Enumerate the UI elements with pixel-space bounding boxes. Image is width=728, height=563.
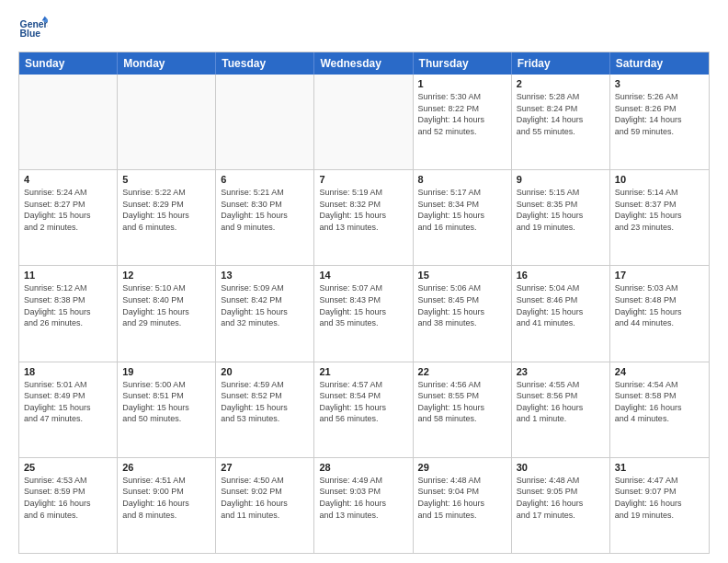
day-cell-21: 21Sunrise: 4:57 AM Sunset: 8:54 PM Dayli… (314, 362, 413, 457)
header-day-monday: Monday (118, 52, 216, 75)
day-number: 29 (418, 462, 506, 473)
day-number: 4 (24, 174, 112, 185)
day-cell-3: 3Sunrise: 5:26 AM Sunset: 8:26 PM Daylig… (610, 75, 709, 169)
day-number: 22 (418, 366, 506, 377)
day-number: 2 (517, 78, 605, 89)
day-cell-5: 5Sunrise: 5:22 AM Sunset: 8:29 PM Daylig… (118, 170, 216, 265)
day-cell-13: 13Sunrise: 5:09 AM Sunset: 8:42 PM Dayli… (216, 266, 314, 361)
day-number: 21 (319, 366, 407, 377)
calendar-week-1: 4Sunrise: 5:24 AM Sunset: 8:27 PM Daylig… (19, 169, 709, 265)
day-info: Sunrise: 5:19 AM Sunset: 8:32 PM Dayligh… (319, 187, 407, 233)
empty-cell (216, 75, 314, 169)
day-number: 6 (221, 174, 309, 185)
day-info: Sunrise: 5:26 AM Sunset: 8:26 PM Dayligh… (615, 91, 704, 137)
header-day-wednesday: Wednesday (314, 52, 413, 75)
day-cell-17: 17Sunrise: 5:03 AM Sunset: 8:48 PM Dayli… (610, 266, 709, 361)
day-cell-12: 12Sunrise: 5:10 AM Sunset: 8:40 PM Dayli… (118, 266, 216, 361)
day-number: 18 (24, 366, 112, 377)
calendar-week-2: 11Sunrise: 5:12 AM Sunset: 8:38 PM Dayli… (19, 265, 709, 361)
day-info: Sunrise: 4:51 AM Sunset: 9:00 PM Dayligh… (122, 475, 210, 521)
day-cell-18: 18Sunrise: 5:01 AM Sunset: 8:49 PM Dayli… (19, 362, 118, 457)
day-info: Sunrise: 5:06 AM Sunset: 8:45 PM Dayligh… (418, 282, 506, 328)
calendar: SundayMondayTuesdayWednesdayThursdayFrid… (18, 52, 710, 554)
logo-icon: General Blue (18, 15, 48, 44)
day-number: 13 (221, 270, 309, 281)
day-info: Sunrise: 4:53 AM Sunset: 8:59 PM Dayligh… (24, 475, 112, 521)
day-cell-11: 11Sunrise: 5:12 AM Sunset: 8:38 PM Dayli… (19, 266, 118, 361)
day-info: Sunrise: 5:21 AM Sunset: 8:30 PM Dayligh… (221, 187, 309, 233)
day-number: 28 (319, 462, 407, 473)
header-day-sunday: Sunday (19, 52, 118, 75)
day-info: Sunrise: 4:59 AM Sunset: 8:52 PM Dayligh… (221, 379, 309, 425)
day-cell-6: 6Sunrise: 5:21 AM Sunset: 8:30 PM Daylig… (216, 170, 314, 265)
day-cell-10: 10Sunrise: 5:14 AM Sunset: 8:37 PM Dayli… (610, 170, 709, 265)
day-number: 8 (418, 174, 506, 185)
calendar-week-4: 25Sunrise: 4:53 AM Sunset: 8:59 PM Dayli… (19, 457, 709, 553)
day-number: 24 (615, 366, 704, 377)
day-number: 30 (517, 462, 605, 473)
day-cell-22: 22Sunrise: 4:56 AM Sunset: 8:55 PM Dayli… (414, 362, 512, 457)
day-info: Sunrise: 5:28 AM Sunset: 8:24 PM Dayligh… (517, 91, 605, 137)
day-cell-28: 28Sunrise: 4:49 AM Sunset: 9:03 PM Dayli… (314, 458, 413, 553)
day-cell-19: 19Sunrise: 5:00 AM Sunset: 8:51 PM Dayli… (118, 362, 216, 457)
day-info: Sunrise: 5:14 AM Sunset: 8:37 PM Dayligh… (615, 187, 704, 233)
day-cell-16: 16Sunrise: 5:04 AM Sunset: 8:46 PM Dayli… (512, 266, 610, 361)
day-info: Sunrise: 4:48 AM Sunset: 9:05 PM Dayligh… (517, 475, 605, 521)
day-cell-30: 30Sunrise: 4:48 AM Sunset: 9:05 PM Dayli… (512, 458, 610, 553)
day-number: 12 (122, 270, 210, 281)
day-cell-29: 29Sunrise: 4:48 AM Sunset: 9:04 PM Dayli… (414, 458, 512, 553)
header-day-thursday: Thursday (414, 52, 512, 75)
header-day-friday: Friday (512, 52, 610, 75)
day-info: Sunrise: 5:17 AM Sunset: 8:34 PM Dayligh… (418, 187, 506, 233)
svg-text:Blue: Blue (20, 29, 41, 39)
day-cell-15: 15Sunrise: 5:06 AM Sunset: 8:45 PM Dayli… (414, 266, 512, 361)
calendar-week-3: 18Sunrise: 5:01 AM Sunset: 8:49 PM Dayli… (19, 362, 709, 457)
day-info: Sunrise: 5:22 AM Sunset: 8:29 PM Dayligh… (122, 187, 210, 233)
calendar-header: SundayMondayTuesdayWednesdayThursdayFrid… (19, 52, 709, 75)
day-info: Sunrise: 4:56 AM Sunset: 8:55 PM Dayligh… (418, 379, 506, 425)
day-cell-26: 26Sunrise: 4:51 AM Sunset: 9:00 PM Dayli… (118, 458, 216, 553)
day-info: Sunrise: 4:48 AM Sunset: 9:04 PM Dayligh… (418, 475, 506, 521)
day-number: 15 (418, 270, 506, 281)
day-number: 17 (615, 270, 704, 281)
day-info: Sunrise: 5:30 AM Sunset: 8:22 PM Dayligh… (418, 91, 506, 137)
day-number: 1 (418, 78, 506, 89)
day-number: 10 (615, 174, 704, 185)
day-number: 7 (319, 174, 407, 185)
day-number: 31 (615, 462, 704, 473)
day-info: Sunrise: 4:47 AM Sunset: 9:07 PM Dayligh… (615, 475, 704, 521)
day-info: Sunrise: 5:09 AM Sunset: 8:42 PM Dayligh… (221, 282, 309, 328)
day-cell-8: 8Sunrise: 5:17 AM Sunset: 8:34 PM Daylig… (414, 170, 512, 265)
logo: General Blue (18, 15, 48, 44)
day-cell-4: 4Sunrise: 5:24 AM Sunset: 8:27 PM Daylig… (19, 170, 118, 265)
day-cell-24: 24Sunrise: 4:54 AM Sunset: 8:58 PM Dayli… (610, 362, 709, 457)
day-info: Sunrise: 4:54 AM Sunset: 8:58 PM Dayligh… (615, 379, 704, 425)
day-info: Sunrise: 4:55 AM Sunset: 8:56 PM Dayligh… (517, 379, 605, 425)
header-day-tuesday: Tuesday (216, 52, 314, 75)
day-info: Sunrise: 5:12 AM Sunset: 8:38 PM Dayligh… (24, 282, 112, 328)
day-number: 3 (615, 78, 704, 89)
day-number: 26 (122, 462, 210, 473)
day-info: Sunrise: 4:49 AM Sunset: 9:03 PM Dayligh… (319, 475, 407, 521)
page: General Blue SundayMondayTuesdayWednesda… (0, 0, 728, 563)
day-number: 27 (221, 462, 309, 473)
day-cell-27: 27Sunrise: 4:50 AM Sunset: 9:02 PM Dayli… (216, 458, 314, 553)
day-number: 19 (122, 366, 210, 377)
day-number: 5 (122, 174, 210, 185)
day-cell-7: 7Sunrise: 5:19 AM Sunset: 8:32 PM Daylig… (314, 170, 413, 265)
empty-cell (118, 75, 216, 169)
calendar-week-0: 1Sunrise: 5:30 AM Sunset: 8:22 PM Daylig… (19, 75, 709, 169)
day-number: 11 (24, 270, 112, 281)
day-info: Sunrise: 5:24 AM Sunset: 8:27 PM Dayligh… (24, 187, 112, 233)
day-number: 16 (517, 270, 605, 281)
day-cell-14: 14Sunrise: 5:07 AM Sunset: 8:43 PM Dayli… (314, 266, 413, 361)
day-info: Sunrise: 5:07 AM Sunset: 8:43 PM Dayligh… (319, 282, 407, 328)
day-info: Sunrise: 5:00 AM Sunset: 8:51 PM Dayligh… (122, 379, 210, 425)
day-number: 23 (517, 366, 605, 377)
day-info: Sunrise: 5:03 AM Sunset: 8:48 PM Dayligh… (615, 282, 704, 328)
day-info: Sunrise: 5:10 AM Sunset: 8:40 PM Dayligh… (122, 282, 210, 328)
day-info: Sunrise: 5:01 AM Sunset: 8:49 PM Dayligh… (24, 379, 112, 425)
day-cell-9: 9Sunrise: 5:15 AM Sunset: 8:35 PM Daylig… (512, 170, 610, 265)
day-number: 20 (221, 366, 309, 377)
day-cell-23: 23Sunrise: 4:55 AM Sunset: 8:56 PM Dayli… (512, 362, 610, 457)
